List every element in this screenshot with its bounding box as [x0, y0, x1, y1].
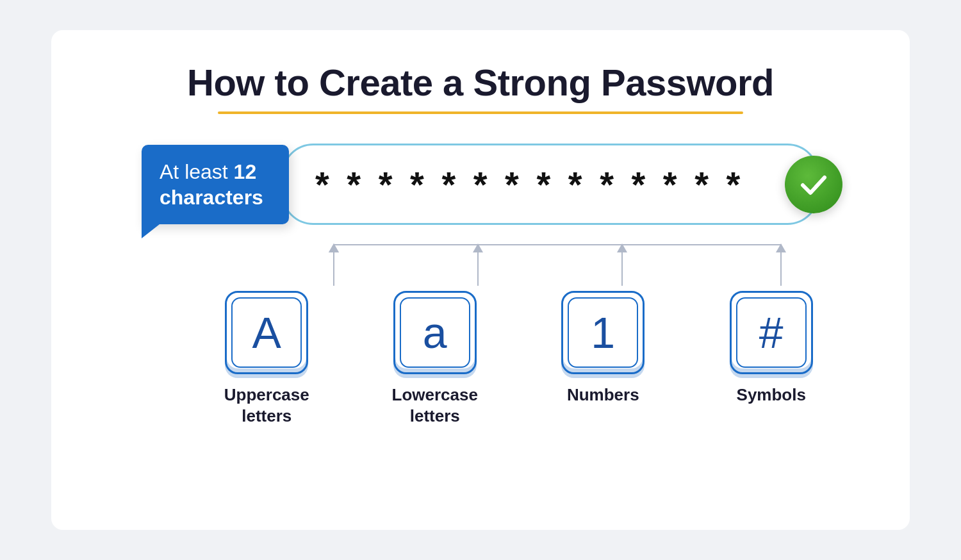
password-stars: * * * * * * * * * * * * * * — [315, 163, 744, 205]
uppercase-key-inner: A — [231, 297, 302, 368]
key-lowercase: a Lowercaseletters — [351, 291, 520, 426]
lowercase-label: Lowercaseletters — [392, 384, 478, 426]
title-underline — [218, 111, 743, 114]
lowercase-key-inner: a — [400, 297, 470, 368]
arrows-connector — [282, 244, 833, 286]
password-field-wrapper: * * * * * * * * * * * * * * — [281, 144, 819, 225]
symbols-char: # — [759, 311, 784, 354]
symbols-label: Symbols — [737, 384, 806, 406]
uppercase-key-icon: A — [225, 291, 308, 374]
arrow-3 — [621, 244, 623, 286]
checkmark-icon — [798, 169, 830, 201]
check-circle — [785, 156, 842, 213]
arrow-4 — [780, 244, 782, 286]
lowercase-key-icon: a — [393, 291, 477, 374]
password-row: At least 12characters * * * * * * * * * … — [90, 144, 871, 225]
numbers-key-icon: 1 — [561, 291, 645, 374]
horizontal-connector — [333, 244, 782, 245]
arrow-1 — [333, 244, 334, 286]
lowercase-char: a — [423, 311, 447, 354]
numbers-key-inner: 1 — [568, 297, 638, 368]
key-symbols: # Symbols — [687, 291, 856, 406]
arrow-2 — [477, 244, 479, 286]
password-field: * * * * * * * * * * * * * * — [281, 144, 819, 225]
symbols-key-icon: # — [730, 291, 813, 374]
badge-text: At least 12characters — [160, 160, 263, 209]
page-title: How to Create a Strong Password — [187, 61, 774, 104]
uppercase-label: Uppercaseletters — [224, 384, 309, 426]
key-uppercase: A Uppercaseletters — [183, 291, 351, 426]
numbers-char: 1 — [591, 311, 615, 354]
character-badge: At least 12characters — [142, 145, 289, 224]
symbols-key-inner: # — [736, 297, 807, 368]
uppercase-char: A — [252, 311, 281, 354]
numbers-label: Numbers — [567, 384, 639, 406]
keys-row: A Uppercaseletters a Lowercaseletters 1 … — [183, 291, 855, 426]
key-numbers: 1 Numbers — [519, 291, 687, 406]
main-card: How to Create a Strong Password At least… — [51, 30, 910, 530]
